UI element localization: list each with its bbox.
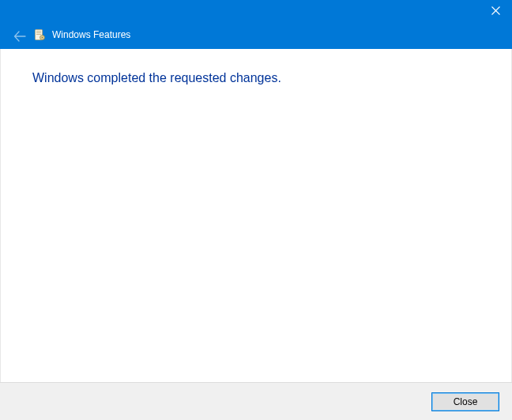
back-arrow-icon (13, 30, 26, 46)
svg-rect-3 (36, 34, 41, 35)
status-message: Windows completed the requested changes. (32, 71, 480, 85)
title-wrap: Windows Features (33, 28, 130, 41)
window-close-button[interactable] (479, 0, 512, 22)
close-icon (491, 4, 500, 18)
svg-rect-2 (36, 32, 41, 33)
back-button (12, 30, 28, 46)
titlebar: Windows Features (0, 0, 512, 49)
footer: Close (0, 382, 512, 420)
windows-features-icon (33, 28, 46, 41)
svg-point-5 (42, 37, 43, 39)
content-area: Windows completed the requested changes. (0, 49, 512, 382)
svg-rect-1 (36, 31, 41, 32)
window-title: Windows Features (52, 29, 130, 40)
close-button[interactable]: Close (431, 392, 499, 411)
